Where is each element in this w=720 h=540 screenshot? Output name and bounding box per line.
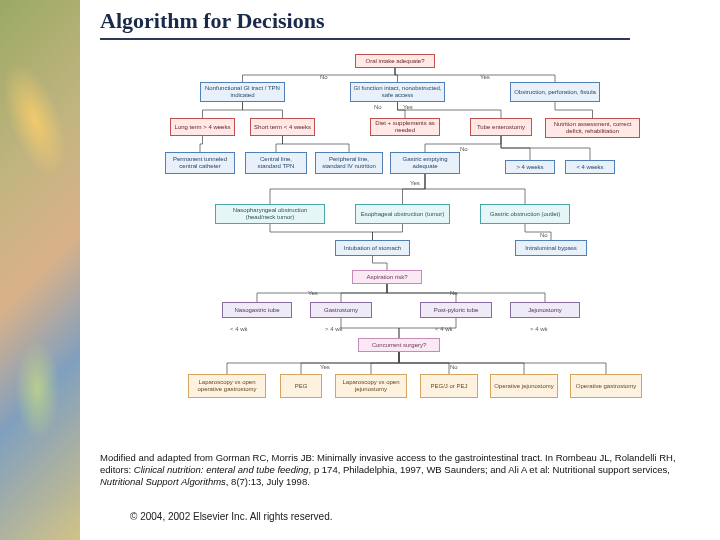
flow-node-n18: Gastric obstruction (outlet) bbox=[480, 204, 570, 224]
branch-label: > 4 wk bbox=[530, 326, 548, 332]
citation-mid: , p 174, Philadelphia, 1997, WB Saunders… bbox=[309, 464, 670, 475]
flow-node-n16: Nasopharyngeal obstruction (head/neck tu… bbox=[215, 204, 325, 224]
decision-flowchart: Oral intake adequate?Nonfunctional GI tr… bbox=[110, 54, 700, 444]
title-underline bbox=[100, 38, 630, 40]
flow-node-n28: PEG bbox=[280, 374, 322, 398]
flow-node-n20: Intraluminal bypass bbox=[515, 240, 587, 256]
flow-node-n32: Operative gastrostomy bbox=[570, 374, 642, 398]
flow-node-n24: Post-pyloric tube bbox=[420, 302, 492, 318]
citation-text: Modified and adapted from Gorman RC, Mor… bbox=[100, 452, 690, 488]
flow-node-n6: Short term < 4 weeks bbox=[250, 118, 315, 136]
branch-label: > 4 wk bbox=[325, 326, 343, 332]
flow-node-n17: Esophageal obstruction (tumor) bbox=[355, 204, 450, 224]
branch-label: Yes bbox=[308, 290, 318, 296]
flow-node-n14: > 4 weeks bbox=[505, 160, 555, 174]
branch-label: No bbox=[320, 74, 328, 80]
citation-italic-1: Clinical nutrition: enteral and tube fee… bbox=[134, 464, 309, 475]
branch-label: < 4 wk bbox=[435, 326, 453, 332]
page-title: Algorithm for Decisions bbox=[100, 8, 710, 34]
flow-node-n4: Obstruction, perforation, fistula bbox=[510, 82, 600, 102]
branch-label: Yes bbox=[403, 104, 413, 110]
flow-node-n5: Long term > 4 weeks bbox=[170, 118, 235, 136]
copyright-footer: © 2004, 2002 Elsevier Inc. All rights re… bbox=[130, 511, 332, 522]
flow-node-n1: Oral intake adequate? bbox=[355, 54, 435, 68]
branch-label: < 4 wk bbox=[230, 326, 248, 332]
branch-label: No bbox=[540, 232, 548, 238]
flow-node-n9: Nutrition assessment, correct deficit, r… bbox=[545, 118, 640, 138]
flow-node-n25: Jejunostomy bbox=[510, 302, 580, 318]
flow-node-n23: Gastrostomy bbox=[310, 302, 372, 318]
flow-node-n26: Concurrent surgery? bbox=[358, 338, 440, 352]
flow-node-n10: Permanent tunneled central catheter bbox=[165, 152, 235, 174]
flow-node-n11: Central line, standard TPN bbox=[245, 152, 307, 174]
flow-node-n19: Intubation of stomach bbox=[335, 240, 410, 256]
flow-node-n21: Aspiration risk? bbox=[352, 270, 422, 284]
flow-node-n31: Operative jejunostomy bbox=[490, 374, 558, 398]
flow-node-n2: Nonfunctional GI tract / TPN indicated bbox=[200, 82, 285, 102]
branch-label: No bbox=[450, 290, 458, 296]
flow-node-n27: Laparoscopy vs open operative gastrostom… bbox=[188, 374, 266, 398]
branch-label: No bbox=[374, 104, 382, 110]
branch-label: Yes bbox=[480, 74, 490, 80]
branch-label: No bbox=[450, 364, 458, 370]
flow-node-n8: Tube enterostomy bbox=[470, 118, 532, 136]
citation-suffix: , 8(7):13, July 1998. bbox=[226, 476, 310, 487]
flow-node-n30: PEG/J or PEJ bbox=[420, 374, 478, 398]
flow-node-n3: GI function intact, nonobstructed, safe … bbox=[350, 82, 445, 102]
flow-node-n13: Gastric emptying adequate bbox=[390, 152, 460, 174]
branch-label: Yes bbox=[320, 364, 330, 370]
branch-label: No bbox=[460, 146, 468, 152]
flow-node-n15: < 4 weeks bbox=[565, 160, 615, 174]
branch-label: Yes bbox=[410, 180, 420, 186]
flow-node-n29: Laparoscopy vs open jejunostomy bbox=[335, 374, 407, 398]
slide-content: Algorithm for Decisions Oral intake adeq… bbox=[100, 8, 710, 488]
flow-node-n12: Peripheral line, standard IV nutrition bbox=[315, 152, 383, 174]
decorative-sidebar bbox=[0, 0, 80, 540]
citation-italic-2: Nutritional Support Algorithms bbox=[100, 476, 226, 487]
flow-node-n22: Nasogastric tube bbox=[222, 302, 292, 318]
flow-node-n7: Diet + supplements as needed bbox=[370, 118, 440, 136]
